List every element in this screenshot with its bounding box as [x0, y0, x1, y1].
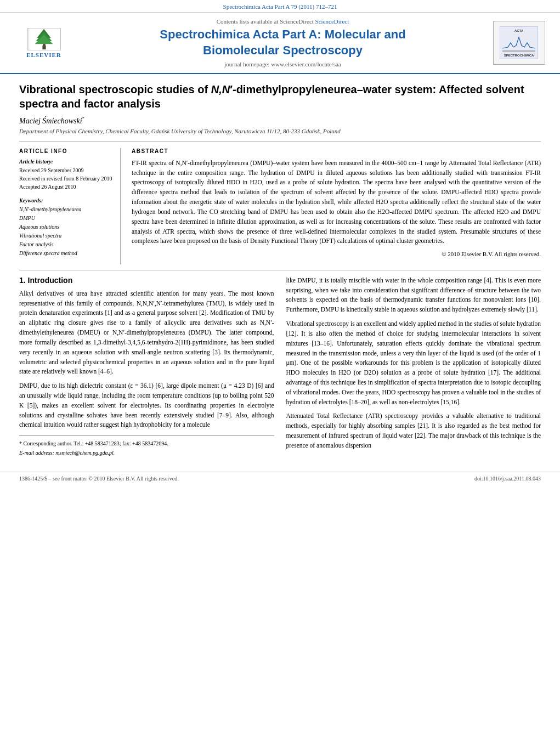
footer-issn: 1386-1425/$ – see front matter © 2010 El…: [19, 476, 179, 482]
keyword-5: Factor analysis: [19, 240, 114, 249]
article-info-heading: ARTICLE INFO: [19, 148, 114, 154]
keywords-block: Keywords: N,N′-dimethylpropyleneurea DMP…: [19, 197, 114, 258]
affiliation: Department of Physical Chemistry, Chemic…: [19, 128, 541, 134]
abstract-column: ABSTRACT FT-IR spectra of N,N′-dimethylp…: [132, 148, 541, 264]
abstract-text: FT-IR spectra of N,N′-dimethylpropyleneu…: [132, 159, 541, 246]
svg-text:ACTA: ACTA: [514, 29, 524, 32]
right-paragraph-2: Vibrational spectroscopy is an excellent…: [286, 319, 541, 407]
elsevier-logo: ELSEVIER: [19, 28, 69, 58]
article-info-abstract-section: ARTICLE INFO Article history: Received 2…: [19, 141, 541, 264]
keyword-1: N,N′-dimethylpropyleneurea: [19, 205, 114, 214]
article-history-block: Article history: Received 29 September 2…: [19, 159, 114, 191]
keyword-3: Aqueous solutions: [19, 223, 114, 231]
keyword-2: DMPU: [19, 214, 114, 223]
intro-paragraph-2: DMPU, due to its high dielectric constan…: [19, 381, 274, 430]
elsevier-tree-icon: [26, 28, 62, 50]
history-label: Article history:: [19, 159, 114, 165]
journal-reference-text: Spectrochimica Acta Part A 79 (2011) 712…: [223, 3, 337, 10]
abstract-heading: ABSTRACT: [132, 148, 541, 154]
received-date-1: Received 29 September 2009: [19, 166, 114, 174]
received-date-2: Received in revised form 8 February 2010: [19, 174, 114, 183]
keywords-list: N,N′-dimethylpropyleneurea DMPU Aqueous …: [19, 205, 114, 258]
journal-homepage: journal homepage: www.elsevier.com/locat…: [224, 61, 341, 67]
accepted-date: Accepted 26 August 2010: [19, 183, 114, 191]
introduction-title: 1. Introduction: [19, 276, 274, 285]
author-line: Maciej Śmiechowski*: [19, 116, 541, 126]
page: Spectrochimica Acta Part A 79 (2011) 712…: [0, 0, 560, 741]
sciencedirect-link: Contents lists available at ScienceDirec…: [217, 18, 349, 25]
journal-title: Spectrochimica Acta Part A: Molecular an…: [160, 27, 405, 58]
journal-title-area: Contents lists available at ScienceDirec…: [77, 18, 489, 67]
body-left-column: 1. Introduction Alkyl derivatives of ure…: [19, 276, 274, 458]
body-right-column: like DMPU, it is totally miscible with w…: [286, 276, 541, 458]
email-footnote: E-mail address: msmiech@chem.pg.gda.pl.: [19, 449, 274, 457]
keywords-label: Keywords:: [19, 197, 114, 203]
page-footer: 1386-1425/$ – see front matter © 2010 El…: [0, 472, 560, 485]
body-text-section: 1. Introduction Alkyl derivatives of ure…: [19, 276, 541, 458]
right-paragraph-1: like DMPU, it is totally miscible with w…: [286, 276, 541, 315]
svg-text:SPECTROCHIMICA: SPECTROCHIMICA: [504, 54, 534, 57]
keyword-4: Vibrational spectra: [19, 231, 114, 240]
article-info-column: ARTICLE INFO Article history: Received 2…: [19, 148, 121, 264]
author-name: Maciej Śmiechowski: [19, 117, 82, 125]
article-content: Vibrational spectroscopic studies of N,N…: [0, 74, 560, 466]
journal-header: ELSEVIER Contents lists available at Sci…: [0, 13, 560, 74]
copyright-line: © 2010 Elsevier B.V. All rights reserved…: [132, 251, 541, 257]
journal-logo-area: SPECTROCHIMICA ACTA: [489, 18, 549, 67]
elsevier-logo-area: ELSEVIER: [11, 18, 77, 67]
section-divider: [19, 270, 541, 270]
footnotes-area: * Corresponding author. Tel.: +48 583471…: [19, 435, 274, 457]
elsevier-text: ELSEVIER: [26, 52, 61, 58]
footer-doi: doi:10.1016/j.saa.2011.08.043: [474, 476, 541, 482]
journal-reference-bar: Spectrochimica Acta Part A 79 (2011) 712…: [0, 0, 560, 13]
article-title: Vibrational spectroscopic studies of N,N…: [19, 82, 541, 111]
journal-logo-box: SPECTROCHIMICA ACTA: [493, 21, 545, 65]
keyword-6: Difference spectra method: [19, 249, 114, 258]
intro-paragraph-1: Alkyl derivatives of urea have attracted…: [19, 289, 274, 377]
corresponding-footnote: * Corresponding author. Tel.: +48 583471…: [19, 439, 274, 448]
sciencedirect-anchor[interactable]: ScienceDirect: [315, 18, 349, 25]
right-paragraph-3: Attenuated Total Reflectance (ATR) spect…: [286, 411, 541, 450]
journal-logo-icon: SPECTROCHIMICA ACTA: [500, 26, 538, 59]
